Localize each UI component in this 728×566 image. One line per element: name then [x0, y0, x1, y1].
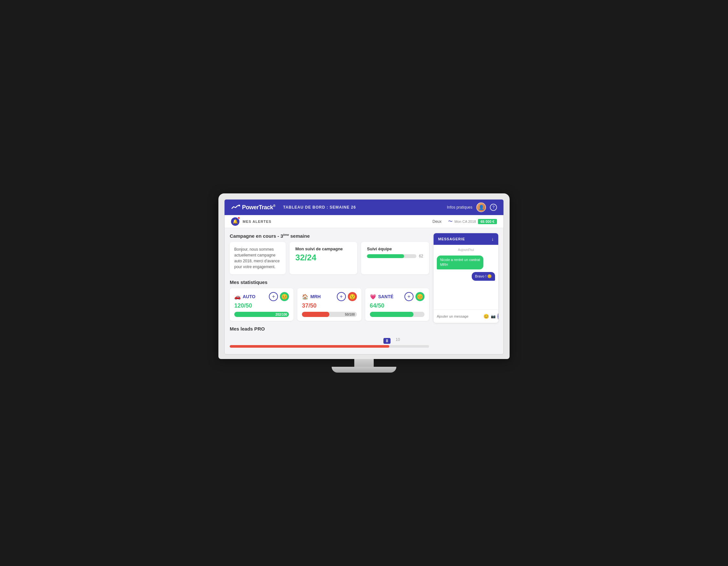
- stat-type-sante: 💗 SANTÉ: [370, 294, 393, 300]
- ca-label: 〜 Mon CA 2018 65 000 €: [448, 219, 497, 225]
- leads-progress-fill: [230, 345, 389, 348]
- monitor-wrapper: PowerTrack® TABLEAU DE BORD : SEMAINE 26…: [218, 194, 510, 372]
- infos-pratiques-link[interactable]: Infos pratiques: [447, 205, 472, 210]
- ca-trend-icon: 〜: [448, 219, 453, 225]
- alerts-label: MES ALERTES: [243, 220, 433, 224]
- mrh-bar-label: 50/100: [345, 313, 355, 316]
- sante-value: 64/50: [370, 302, 425, 309]
- messagerie-title: MESSAGERIE: [438, 237, 465, 241]
- leads-section: Mes leads PRO 8 10: [230, 326, 429, 348]
- stat-actions-auto: + 😊: [269, 292, 289, 301]
- equipe-count: 62: [419, 254, 423, 259]
- stat-actions-mrh: + 😟: [337, 292, 357, 301]
- leads-bar-wrap: 8 10: [230, 335, 429, 348]
- app-header: PowerTrack® TABLEAU DE BORD : SEMAINE 26…: [225, 200, 503, 215]
- stats-cards: 🚗 AUTO + 😊 120/50: [230, 288, 429, 321]
- equipe-card: Suivi équipe 62: [361, 242, 429, 274]
- auto-bar-label: 202/100: [275, 313, 287, 316]
- user-avatar[interactable]: 👤: [476, 203, 486, 212]
- leads-current-marker: 8: [383, 338, 391, 344]
- alerts-bar: 🔔 MES ALERTES Deux 〜 Mon CA 2018 65 000 …: [225, 215, 503, 228]
- auto-value: 120/50: [234, 302, 289, 309]
- header-right: Infos pratiques 👤 ?: [447, 203, 497, 212]
- mrh-bar-fill: [302, 312, 329, 317]
- campaign-section-title: Campagne en cours - 3ème semaine: [230, 233, 429, 239]
- campaign-cards: Bonjour, nous sommes actuellement campag…: [230, 242, 429, 274]
- stats-section-title: Mes statistiques: [230, 280, 429, 285]
- stat-actions-sante: + 😊: [404, 292, 425, 301]
- stat-header-mrh: 🏠 MRH + 😟: [302, 292, 357, 301]
- alerts-count: Deux: [433, 219, 442, 224]
- sante-happy-button[interactable]: 😊: [415, 292, 425, 301]
- auto-happy-button[interactable]: 😊: [280, 292, 289, 301]
- left-panel: Campagne en cours - 3ème semaine Bonjour…: [230, 233, 429, 349]
- auto-add-button[interactable]: +: [269, 292, 278, 301]
- auto-bar: 202/100: [234, 312, 289, 317]
- equipe-bar-fill: [367, 254, 404, 258]
- sante-add-button[interactable]: +: [404, 292, 414, 301]
- mrh-icon: 🏠: [302, 294, 308, 300]
- stat-type-mrh: 🏠 MRH: [302, 294, 321, 300]
- msg-date: Aujourd'hui: [437, 248, 495, 252]
- mrh-sad-button[interactable]: 😟: [348, 292, 357, 301]
- send-button[interactable]: ➤: [498, 312, 498, 320]
- msg-bubble-incoming: Nicole a rentré un contrat MRH: [437, 256, 483, 270]
- camera-button[interactable]: 📷: [491, 314, 496, 318]
- logo-area: PowerTrack®: [231, 204, 275, 211]
- sante-bar: [370, 312, 425, 317]
- sante-bar-fill: [370, 312, 414, 317]
- msg-bubble-outgoing: Bravo ! 😊: [472, 272, 495, 281]
- messagerie-header: MESSAGERIE ↓: [434, 233, 498, 245]
- stat-card-sante: 💗 SANTÉ + 😊 64/50: [365, 288, 429, 321]
- emoji-button[interactable]: 😊: [483, 314, 489, 319]
- equipe-bar-bg: [367, 254, 416, 258]
- stat-card-mrh: 🏠 MRH + 😟 37/50: [297, 288, 361, 321]
- leads-progress-track: [230, 345, 429, 348]
- messagerie-toggle-button[interactable]: ↓: [491, 237, 494, 242]
- stat-header-auto: 🚗 AUTO + 😊: [234, 292, 289, 301]
- logo-icon: [231, 204, 240, 211]
- main-content: Campagne en cours - 3ème semaine Bonjour…: [225, 228, 503, 354]
- stats-section: Mes statistiques 🚗 AUTO: [230, 280, 429, 321]
- header-title: TABLEAU DE BORD : SEMAINE 26: [283, 205, 447, 210]
- monitor-stand-base: [332, 367, 396, 372]
- mrh-value: 37/50: [302, 302, 357, 309]
- leads-target-marker: 10: [396, 337, 400, 342]
- logo-text: PowerTrack®: [242, 204, 275, 211]
- ca-text: Mon CA 2018: [455, 220, 476, 224]
- stat-header-sante: 💗 SANTÉ + 😊: [370, 292, 425, 301]
- alert-dot: [237, 217, 240, 219]
- campaign-suivi-card: Mon suivi de campagne 32/24: [290, 242, 358, 274]
- messagerie-input-area: 😊 📷 ➤: [434, 309, 498, 323]
- sante-icon: 💗: [370, 294, 376, 300]
- screen-inner: PowerTrack® TABLEAU DE BORD : SEMAINE 26…: [224, 199, 504, 354]
- equipe-progress: 62: [367, 254, 423, 259]
- monitor-stand-neck: [354, 359, 374, 367]
- message-input[interactable]: [437, 314, 481, 318]
- monitor-screen: PowerTrack® TABLEAU DE BORD : SEMAINE 26…: [218, 194, 510, 359]
- auto-icon: 🚗: [234, 294, 241, 300]
- alert-bell-icon[interactable]: 🔔: [231, 217, 239, 226]
- mrh-bar: 50/100: [302, 312, 357, 317]
- campaign-info-text: Bonjour, nous sommes actuellement campag…: [234, 247, 280, 269]
- help-button[interactable]: ?: [490, 204, 497, 211]
- leads-markers: 8 10: [230, 335, 429, 344]
- leads-current-badge: 8: [383, 338, 391, 344]
- stat-card-auto: 🚗 AUTO + 😊 120/50: [230, 288, 293, 321]
- mrh-add-button[interactable]: +: [337, 292, 346, 301]
- messagerie-body: Aujourd'hui Nicole a rentré un contrat M…: [434, 245, 498, 309]
- ca-value-badge: 65 000 €: [478, 219, 497, 224]
- equipe-label: Suivi équipe: [367, 247, 423, 251]
- stat-type-auto: 🚗 AUTO: [234, 294, 255, 300]
- campaign-info-card: Bonjour, nous sommes actuellement campag…: [230, 242, 286, 274]
- suivi-label: Mon suivi de campagne: [295, 247, 352, 251]
- messagerie-panel: MESSAGERIE ↓ Aujourd'hui Nicole a rentré…: [434, 233, 498, 323]
- leads-title: Mes leads PRO: [230, 326, 429, 331]
- suivi-value: 32/24: [295, 253, 352, 263]
- leads-target-num: 10: [396, 337, 400, 342]
